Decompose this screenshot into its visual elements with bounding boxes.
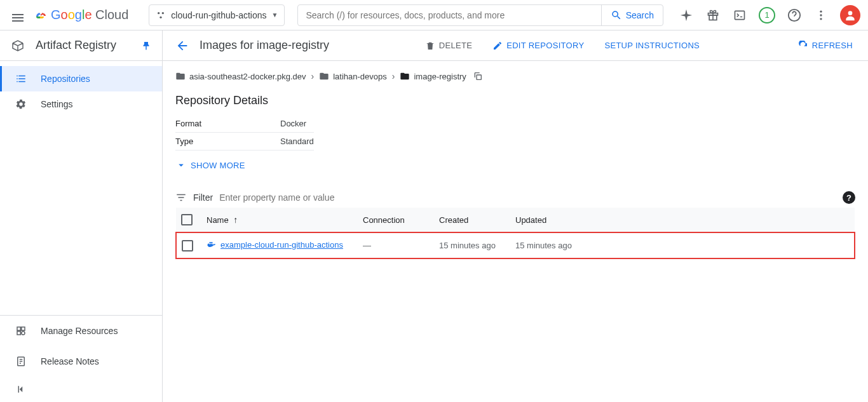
images-table: Name ↑ Connection Created Updated: [175, 208, 855, 259]
svg-rect-13: [22, 327, 25, 330]
list-icon: [15, 73, 28, 84]
notes-icon: [15, 356, 28, 367]
filter-input[interactable]: [219, 192, 836, 203]
logo-text: Google Cloud: [51, 8, 128, 22]
cell-connection: —: [358, 232, 434, 258]
filter-help-icon[interactable]: ?: [843, 191, 855, 204]
filter-label: Filter: [193, 192, 213, 203]
sidebar-footer: Manage Resources Release Notes: [0, 315, 162, 402]
trash-icon: [425, 41, 435, 51]
svg-rect-6: [735, 11, 745, 19]
cloud-shell-icon[interactable]: [732, 8, 747, 23]
pin-icon[interactable]: [140, 40, 152, 51]
sidebar: Artifact Registry Repositories Settings: [0, 30, 163, 402]
gcp-logo[interactable]: Google Cloud: [33, 8, 128, 23]
image-link[interactable]: example-cloud-run-github-actions: [207, 239, 343, 250]
chevron-down-icon: [175, 159, 187, 171]
sidebar-item-settings[interactable]: Settings: [0, 91, 162, 117]
sidebar-item-release-notes[interactable]: Release Notes: [0, 346, 162, 377]
resources-icon: [15, 325, 28, 337]
sidebar-item-label: Settings: [41, 99, 73, 109]
sidebar-item-manage-resources[interactable]: Manage Resources: [0, 316, 162, 346]
svg-rect-21: [477, 75, 481, 79]
breadcrumb-item[interactable]: asia-southeast2-docker.pkg.dev: [175, 71, 306, 81]
section-title: Repository Details: [175, 94, 855, 107]
folder-icon: [175, 71, 186, 81]
detail-row: Type Standard: [175, 133, 314, 151]
caret-down-icon: ▼: [272, 11, 278, 18]
cell-created: 15 minutes ago: [434, 232, 510, 258]
delete-button[interactable]: Delete: [423, 37, 475, 55]
sidebar-item-label: Repositories: [41, 74, 90, 84]
table-row: example-cloud-run-github-actions — 15 mi…: [176, 232, 855, 258]
row-checkbox[interactable]: [182, 240, 193, 251]
sidebar-item-label: Release Notes: [41, 356, 99, 366]
breadcrumb-item-current: image-registry: [400, 71, 466, 81]
more-menu-icon[interactable]: [813, 8, 829, 23]
svg-point-1: [162, 12, 164, 14]
select-all-checkbox[interactable]: [181, 214, 193, 225]
repository-details-table: Format Docker Type Standard: [175, 115, 314, 151]
help-icon[interactable]: [787, 8, 802, 23]
google-cloud-icon: [33, 8, 48, 23]
folder-icon: [400, 71, 410, 81]
folder-icon: [319, 71, 329, 81]
svg-point-8: [820, 10, 822, 12]
svg-point-2: [160, 16, 162, 18]
topbar-actions: 1: [679, 5, 860, 25]
svg-rect-12: [17, 327, 20, 330]
setup-instructions-button[interactable]: Setup Instructions: [602, 37, 702, 54]
edit-repository-button[interactable]: Edit Repository: [490, 37, 587, 55]
project-name: cloud-run-github-actions: [171, 10, 266, 20]
chevron-left-icon: [15, 384, 27, 395]
search-bar: Search: [297, 4, 663, 26]
chevron-right-icon: ›: [311, 71, 315, 81]
show-more-button[interactable]: Show More: [175, 154, 855, 176]
sidebar-title: Artifact Registry: [36, 39, 130, 52]
user-avatar[interactable]: [840, 5, 860, 25]
page-title: Images for image-registry: [200, 39, 329, 52]
docker-icon: [207, 239, 217, 250]
gear-icon: [15, 98, 28, 110]
main-panel: Images for image-registry Delete Edit Re…: [163, 30, 868, 402]
gift-icon[interactable]: [705, 8, 721, 23]
detail-row: Format Docker: [175, 115, 314, 133]
back-button[interactable]: [175, 39, 189, 53]
notifications-badge[interactable]: 1: [759, 7, 775, 23]
column-header-connection[interactable]: Connection: [358, 208, 434, 232]
artifact-registry-icon: [10, 38, 25, 53]
column-header-updated[interactable]: Updated: [510, 208, 855, 232]
column-header-created[interactable]: Created: [434, 208, 510, 232]
filter-bar: Filter ?: [175, 187, 855, 208]
chevron-right-icon: ›: [392, 71, 395, 81]
svg-point-9: [820, 14, 822, 16]
page-header: Images for image-registry Delete Edit Re…: [163, 30, 868, 61]
search-input[interactable]: [298, 5, 600, 25]
copy-icon[interactable]: [473, 71, 483, 81]
hamburger-menu[interactable]: [8, 8, 23, 23]
collapse-sidebar-button[interactable]: [0, 377, 162, 402]
sort-ascending-icon: ↑: [233, 215, 238, 225]
sidebar-item-repositories[interactable]: Repositories: [0, 66, 162, 91]
svg-point-11: [848, 11, 853, 15]
svg-rect-26: [211, 242, 212, 243]
gemini-icon[interactable]: [679, 8, 694, 23]
breadcrumb-item[interactable]: latihan-devops: [319, 71, 387, 81]
project-icon: [156, 10, 166, 20]
table-header-row: Name ↑ Connection Created Updated: [176, 208, 855, 232]
top-header: Google Cloud cloud-run-github-actions ▼ …: [0, 0, 868, 30]
filter-icon: [175, 192, 187, 203]
search-icon: [611, 10, 622, 21]
sidebar-nav: Repositories Settings: [0, 61, 162, 315]
svg-point-10: [820, 18, 822, 20]
svg-point-15: [22, 332, 25, 335]
search-button[interactable]: Search: [601, 5, 663, 25]
project-selector[interactable]: cloud-run-github-actions ▼: [149, 4, 285, 26]
column-header-name[interactable]: Name ↑: [201, 208, 358, 232]
svg-rect-25: [210, 242, 211, 243]
refresh-button[interactable]: Refresh: [796, 37, 855, 55]
svg-point-0: [158, 12, 159, 14]
sidebar-item-label: Manage Resources: [41, 326, 118, 336]
pencil-icon: [492, 41, 503, 51]
sidebar-header: Artifact Registry: [0, 30, 162, 61]
